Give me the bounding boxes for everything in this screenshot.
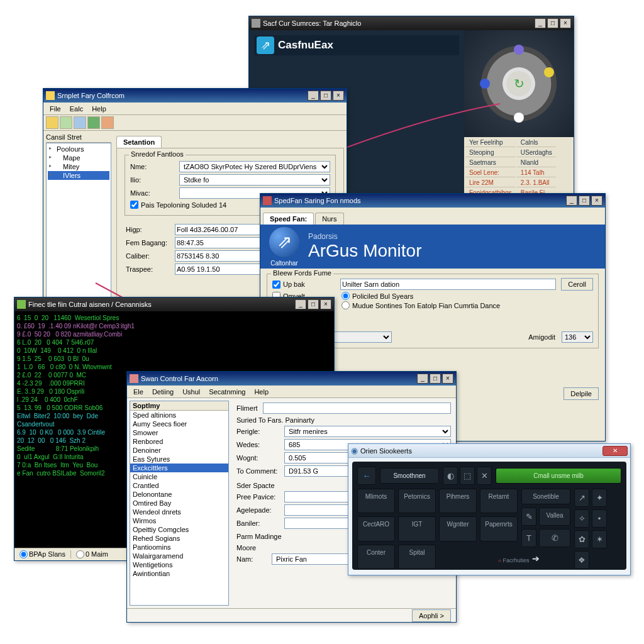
list-item[interactable]: Eas Sytures	[130, 455, 228, 464]
snplet-menubar[interactable]: FileEalcHelp	[43, 103, 347, 115]
close-button[interactable]: ×	[442, 374, 453, 384]
list-item[interactable]: Wirmos	[130, 516, 228, 525]
vallea-button[interactable]: Vallea	[539, 508, 570, 526]
list-item[interactable]: Crantled	[130, 481, 228, 490]
back-button[interactable]: ←	[357, 467, 376, 485]
swan-listbox[interactable]: SoptlmySped altinionsAumy Seecs fioerSmo…	[130, 401, 229, 606]
grid-button[interactable]: CectARO	[357, 516, 395, 541]
side-icon[interactable]: ✦	[592, 489, 607, 507]
maximize-button[interactable]: □	[320, 91, 331, 101]
dial-gauge[interactable]: ↻	[481, 46, 557, 121]
menu-ealc[interactable]: Ealc	[66, 104, 87, 114]
r-mud[interactable]	[341, 301, 350, 309]
maximize-button[interactable]: □	[579, 196, 590, 206]
pencil-icon[interactable]: ✎	[521, 508, 536, 526]
list-item[interactable]: Renbored	[130, 437, 228, 446]
tool-icon[interactable]: ◐	[443, 467, 458, 485]
menu-detiing[interactable]: Detiing	[148, 387, 177, 397]
list-item[interactable]: Awintiontian	[130, 569, 228, 578]
name-select[interactable]: tZAO8O SkyrPotec Hy Szered BUDprViens	[179, 161, 330, 172]
list-item[interactable]: Sped altinions	[130, 411, 228, 419]
list-item[interactable]: Denoiner	[130, 446, 228, 455]
minimize-button[interactable]: _	[535, 18, 546, 28]
close-button[interactable]: ×	[560, 18, 571, 28]
list-item[interactable]: Cuinicle	[130, 472, 228, 481]
arrow-right-icon[interactable]: ➔	[532, 553, 540, 564]
minimize-button[interactable]: _	[295, 299, 306, 309]
tree[interactable]: PooloursMapeMiteyIVlers	[46, 143, 111, 301]
side-icon[interactable]: ✧	[574, 509, 589, 528]
minimize-button[interactable]: _	[417, 374, 428, 384]
grid-button[interactable]: Conter	[357, 545, 395, 569]
minimize-button[interactable]: _	[566, 196, 577, 206]
tool-doc-icon[interactable]	[74, 116, 86, 129]
tool-gear-icon[interactable]	[101, 116, 114, 129]
tab-speedfan[interactable]: Speed Fan:	[263, 213, 314, 225]
enroll-button[interactable]: Ceroll	[561, 278, 593, 291]
close-button[interactable]: ×	[333, 91, 344, 101]
list-item[interactable]: Exckcittlers	[130, 464, 228, 472]
status-pane-1[interactable]: BPAp Slans	[14, 550, 71, 559]
tool-icon[interactable]: ✕	[477, 467, 492, 485]
close-button[interactable]: ✕	[602, 446, 628, 456]
phone-icon[interactable]: ✆	[539, 529, 570, 547]
list-item[interactable]: Rehed Sogians	[130, 534, 228, 543]
menu-help[interactable]: Help	[88, 104, 110, 114]
tree-node[interactable]: Poolours	[48, 145, 109, 153]
tree-node[interactable]: IVlers	[48, 171, 109, 180]
casfnu-titlebar[interactable]: Sacf Cur Sumrces: Tar Raghiclo _ □ ×	[249, 16, 574, 30]
close-button[interactable]: ×	[320, 299, 331, 309]
menu-help[interactable]: Help	[250, 387, 272, 397]
menu-ushul[interactable]: Ushul	[179, 387, 204, 397]
minimize-button[interactable]: _	[308, 91, 319, 101]
menu-file[interactable]: File	[46, 104, 65, 114]
list-item[interactable]: Wendeol dnrets	[130, 508, 228, 516]
tool-refresh-icon[interactable]	[87, 116, 100, 129]
tool-open-icon[interactable]	[46, 116, 58, 129]
grid-button[interactable]: Retarnt	[480, 489, 518, 513]
maximize-button[interactable]: □	[430, 374, 441, 384]
list-item[interactable]: Smower	[130, 428, 228, 437]
chk-pais[interactable]	[130, 201, 138, 209]
swan-titlebar[interactable]: Swan Control Far Aacorn _ □ ×	[127, 372, 456, 386]
list-item[interactable]: Aumy Seecs fioer	[130, 419, 228, 428]
tool-save-icon[interactable]	[60, 116, 72, 129]
grid-button[interactable]: Pihmers	[439, 489, 477, 513]
r-pol[interactable]	[341, 292, 350, 300]
chk-upbak[interactable]	[272, 280, 280, 289]
list-item[interactable]: Omtired Bay	[130, 499, 228, 508]
list-item[interactable]: Walairgaramend	[130, 552, 228, 560]
list-item[interactable]: Wentigetions	[130, 560, 228, 569]
menu-secatnming[interactable]: Secatnming	[205, 387, 249, 397]
snplet-titlebar[interactable]: Srnplet Fary Colfrcom _ □ ×	[43, 89, 347, 103]
status-pane-2[interactable]: 0 Maim	[71, 550, 113, 559]
side-icon[interactable]: ✿	[574, 530, 589, 548]
swan-menubar[interactable]: EleDetiingUshulSecatnmingHelp	[127, 386, 456, 398]
flimert-input[interactable]	[263, 402, 451, 414]
grid-button[interactable]: Spital	[398, 545, 436, 569]
side-icon[interactable]: ❖	[574, 551, 589, 569]
menu-ele[interactable]: Ele	[130, 387, 147, 397]
amig-select[interactable]: 136	[562, 331, 593, 343]
grid-button[interactable]: IGT	[398, 516, 436, 541]
close-button[interactable]: ×	[591, 196, 602, 206]
green-button[interactable]: Cmall unsme milb	[496, 468, 621, 484]
list-item[interactable]: Opeittiy Comgcles	[130, 525, 228, 534]
apply-button[interactable]: Aophli >	[412, 609, 451, 622]
maximize-button[interactable]: □	[308, 299, 319, 309]
list-item[interactable]: Delonontane	[130, 490, 228, 499]
tree-node[interactable]: Mitey	[48, 162, 109, 171]
t-icon[interactable]: T	[521, 529, 536, 547]
sonc-button[interactable]: Sonetible	[521, 489, 570, 504]
side-icon[interactable]: ↗	[574, 489, 589, 507]
argus-titlebar[interactable]: SpedFan Saring Fon nmods _ □ ×	[260, 194, 605, 208]
list-item[interactable]: Pantioomins	[130, 543, 228, 552]
tree-node[interactable]: Mape	[48, 153, 109, 162]
grid-button[interactable]: Petornics	[398, 489, 436, 513]
side-icon[interactable]: ✶	[592, 530, 607, 548]
tab-setantion[interactable]: Setantion	[116, 136, 162, 148]
ilio-select[interactable]: Stdke fo	[179, 174, 330, 186]
side-icon[interactable]: •	[592, 509, 607, 528]
field-select[interactable]: Sitfr menires	[284, 426, 451, 437]
grid-button[interactable]: Mlimots	[357, 489, 395, 513]
